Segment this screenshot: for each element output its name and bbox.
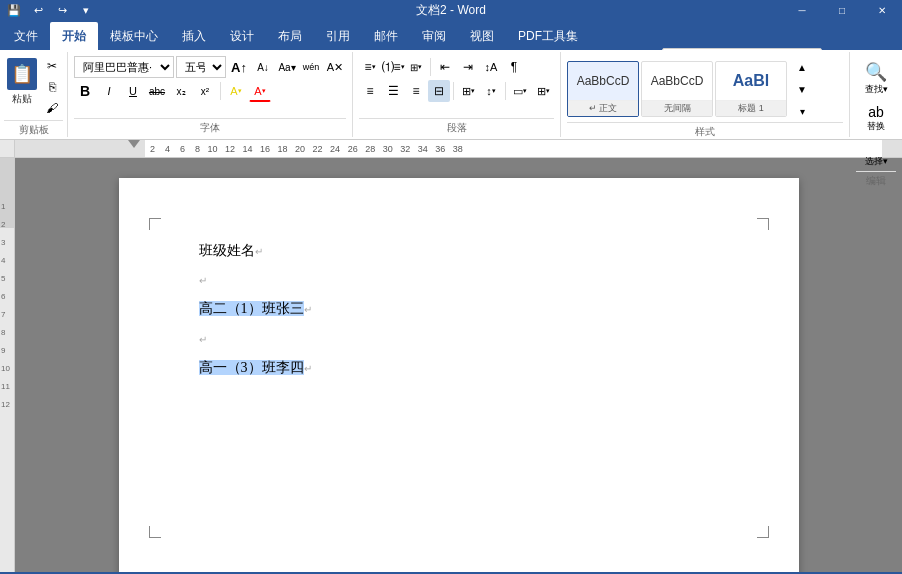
change-case-button[interactable]: Aa▾ xyxy=(276,56,298,78)
tab-mail[interactable]: 邮件 xyxy=(362,22,410,50)
ribbon-tabs: 文件 开始 模板中心 插入 设计 布局 引用 邮件 审阅 视图 PDF工具集 🔍… xyxy=(0,20,902,50)
style-no-space[interactable]: AaBbCcD 无间隔 xyxy=(641,61,713,117)
doc-line-1[interactable]: 班级姓名↵ xyxy=(199,238,719,263)
tab-file[interactable]: 文件 xyxy=(2,22,50,50)
cut-button[interactable]: ✂ xyxy=(41,56,63,76)
maximize-button[interactable]: □ xyxy=(822,0,862,20)
line-end-1: ↵ xyxy=(255,246,263,257)
styles-scroll-buttons: ▲ ▼ ▾ xyxy=(791,56,813,122)
cut-copy-format-buttons: ✂ ⎘ 🖌 xyxy=(41,56,63,118)
redo-button[interactable]: ↪ xyxy=(52,2,72,18)
clipboard-group: 📋 粘贴 ✂ ⎘ 🖌 剪贴板 xyxy=(0,52,68,137)
copy-button[interactable]: ⎘ xyxy=(41,77,63,97)
tab-home[interactable]: 开始 xyxy=(50,22,98,50)
tab-design[interactable]: 设计 xyxy=(218,22,266,50)
quick-access-dropdown[interactable]: ▾ xyxy=(76,2,96,18)
font-size-select[interactable]: 五号 xyxy=(176,56,226,78)
tab-review[interactable]: 审阅 xyxy=(410,22,458,50)
ruler-margin-left xyxy=(15,140,145,157)
window-title: 文档2 - Word xyxy=(416,2,486,19)
corner-mark-tr xyxy=(757,218,769,230)
font-name-select[interactable]: 阿里巴巴普惠· xyxy=(74,56,174,78)
grow-font-button[interactable]: A↑ xyxy=(228,56,250,78)
undo-button[interactable]: ↩ xyxy=(28,2,48,18)
increase-indent-button[interactable]: ⇥ xyxy=(457,56,479,78)
multilevel-list-button[interactable]: ⊞▾ xyxy=(405,56,427,78)
paste-label: 粘贴 xyxy=(12,92,32,106)
style-heading1-preview: AaBl xyxy=(716,62,786,100)
doc-text-5: 高一（3）班李四 xyxy=(199,360,304,375)
corner-mark-tl xyxy=(149,218,161,230)
tab-pdf[interactable]: PDF工具集 xyxy=(506,22,590,50)
editing-group-label: 编辑 xyxy=(856,171,896,190)
subscript-button[interactable]: x₂ xyxy=(170,80,192,102)
styles-group: AaBbCcD ↵ 正文 AaBbCcD 无间隔 AaBl 标题 1 ▲ ▼ ▾… xyxy=(561,52,850,137)
save-button[interactable]: 💾 xyxy=(4,2,24,18)
line-end-3: ↵ xyxy=(304,304,312,315)
line-end-2: ↵ xyxy=(199,275,207,286)
styles-expand[interactable]: ▾ xyxy=(791,100,813,122)
doc-line-3[interactable]: 高二（1）班张三↵ xyxy=(199,296,719,321)
tab-layout[interactable]: 布局 xyxy=(266,22,314,50)
style-no-space-label: 无间隔 xyxy=(642,100,712,116)
window-controls: ─ □ ✕ xyxy=(782,0,902,20)
clear-format-button[interactable]: A✕ xyxy=(324,56,346,78)
bullets-button[interactable]: ≡▾ xyxy=(359,56,381,78)
italic-button[interactable]: I xyxy=(98,80,120,102)
doc-line-2[interactable]: ↵ xyxy=(199,267,719,292)
paste-button[interactable]: 📋 粘贴 xyxy=(4,56,39,108)
align-right-button[interactable]: ≡ xyxy=(405,80,427,102)
strikethrough-button[interactable]: abc xyxy=(146,80,168,102)
doc-line-4[interactable]: ↵ xyxy=(199,326,719,351)
separator xyxy=(505,82,506,100)
format-painter-button[interactable]: 🖌 xyxy=(41,98,63,118)
style-normal-label: ↵ 正文 xyxy=(568,100,638,116)
columns-button[interactable]: ⊞▾ xyxy=(457,80,479,102)
separator xyxy=(453,82,454,100)
tab-insert[interactable]: 插入 xyxy=(170,22,218,50)
show-marks-button[interactable]: ¶ xyxy=(503,56,525,78)
doc-line-5[interactable]: 高一（3）班李四↵ xyxy=(199,355,719,380)
horizontal-ruler: 2 4 6 8 10 12 14 16 18 20 22 24 26 28 30… xyxy=(15,140,902,157)
style-normal[interactable]: AaBbCcD ↵ 正文 xyxy=(567,61,639,117)
sort-button[interactable]: ↕A xyxy=(480,56,502,78)
paragraph-group-label: 段落 xyxy=(359,118,554,137)
numbering-button[interactable]: ⑴≡▾ xyxy=(382,56,404,78)
main-area: 123456789101112 班级姓名↵ ↵ 高二（1）班张三↵ xyxy=(0,158,902,572)
pinyin-button[interactable]: wén xyxy=(300,56,322,78)
align-justify-button[interactable]: ⊟ xyxy=(428,80,450,102)
font-color-button[interactable]: A▾ xyxy=(249,80,271,102)
shading-button[interactable]: ▭▾ xyxy=(509,80,531,102)
shrink-font-button[interactable]: A↓ xyxy=(252,56,274,78)
document-page: 班级姓名↵ ↵ 高二（1）班张三↵ ↵ 高一（3）班李四↵ xyxy=(119,178,799,572)
close-button[interactable]: ✕ xyxy=(862,0,902,20)
ruler-numbers: 2 4 6 8 10 12 14 16 18 20 22 24 26 28 30… xyxy=(145,144,463,154)
minimize-button[interactable]: ─ xyxy=(782,0,822,20)
corner-mark-br xyxy=(757,526,769,538)
doc-text-1: 班级姓名 xyxy=(199,243,255,258)
styles-group-label: 样式 xyxy=(567,122,843,141)
scroll-container[interactable]: 班级姓名↵ ↵ 高二（1）班张三↵ ↵ 高一（3）班李四↵ xyxy=(15,158,902,572)
replace-button[interactable]: ab 替换 xyxy=(856,101,896,136)
bold-button[interactable]: B xyxy=(74,80,96,102)
borders-button[interactable]: ⊞▾ xyxy=(532,80,554,102)
align-left-button[interactable]: ≡ xyxy=(359,80,381,102)
align-center-button[interactable]: ☰ xyxy=(382,80,404,102)
highlight-button[interactable]: A▾ xyxy=(225,80,247,102)
style-heading1-label: 标题 1 xyxy=(716,100,786,116)
styles-scroll-up[interactable]: ▲ xyxy=(791,56,813,78)
find-button[interactable]: 🔍 查找▾ xyxy=(856,56,896,101)
document-content[interactable]: 班级姓名↵ ↵ 高二（1）班张三↵ ↵ 高一（3）班李四↵ xyxy=(199,238,719,380)
underline-button[interactable]: U xyxy=(122,80,144,102)
vruler-numbers: 123456789101112 xyxy=(1,198,10,414)
ruler-indent-marker[interactable] xyxy=(128,140,140,148)
tab-template[interactable]: 模板中心 xyxy=(98,22,170,50)
tab-view[interactable]: 视图 xyxy=(458,22,506,50)
decrease-indent-button[interactable]: ⇤ xyxy=(434,56,456,78)
superscript-button[interactable]: x² xyxy=(194,80,216,102)
tab-references[interactable]: 引用 xyxy=(314,22,362,50)
separator xyxy=(430,58,431,76)
line-spacing-button[interactable]: ↕▾ xyxy=(480,80,502,102)
styles-scroll-down[interactable]: ▼ xyxy=(791,78,813,100)
style-heading1[interactable]: AaBl 标题 1 xyxy=(715,61,787,117)
